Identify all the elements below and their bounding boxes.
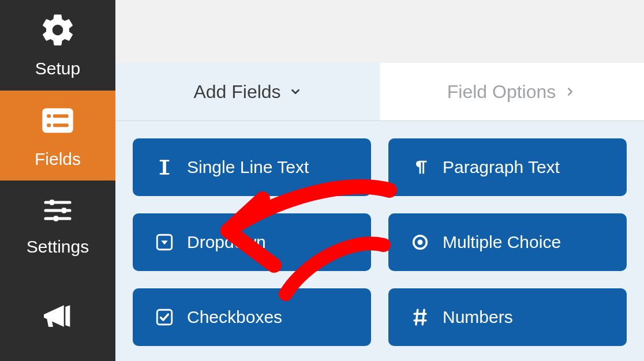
svg-rect-1 (47, 114, 51, 118)
panel-tabs: Add Fields Field Options (115, 63, 644, 121)
hash-icon (410, 307, 430, 327)
sidebar-item-fields[interactable]: Fields (0, 91, 115, 181)
paragraph-icon (410, 157, 430, 177)
field-button-label: Dropdown (187, 232, 266, 252)
checkbox-icon (155, 307, 174, 327)
field-button-label: Numbers (443, 307, 513, 327)
gear-icon (39, 12, 76, 48)
tab-label: Field Options (447, 81, 556, 103)
svg-rect-4 (53, 123, 69, 127)
tab-label: Add Fields (193, 81, 280, 103)
text-cursor-icon (155, 157, 174, 177)
sidebar: Setup Fields Settings (0, 0, 115, 361)
svg-point-13 (417, 239, 422, 245)
field-button-dropdown[interactable]: Dropdown (133, 213, 371, 271)
sidebar-item-label: Fields (35, 149, 81, 169)
svg-rect-3 (47, 123, 51, 127)
sidebar-item-label: Setup (35, 59, 80, 78)
field-button-multiple-choice[interactable]: Multiple Choice (388, 213, 627, 271)
svg-rect-0 (42, 108, 73, 133)
header-blank (115, 0, 644, 63)
field-button-label: Checkboxes (187, 307, 282, 327)
sliders-icon (42, 194, 74, 227)
field-button-numbers[interactable]: Numbers (388, 288, 627, 346)
field-button-paragraph-text[interactable]: Paragraph Text (388, 138, 627, 196)
svg-rect-9 (62, 208, 66, 213)
chevron-right-icon (564, 85, 576, 98)
main-area: Add Fields Field Options Single Line Tex… (115, 0, 644, 361)
svg-rect-2 (53, 114, 69, 118)
field-button-label: Paragraph Text (443, 157, 560, 177)
field-button-label: Multiple Choice (443, 232, 561, 252)
sidebar-item-label: Settings (27, 237, 89, 257)
tab-field-options[interactable]: Field Options (380, 63, 644, 121)
sidebar-item-marketing[interactable] (0, 271, 115, 362)
caret-square-down-icon (155, 232, 174, 252)
tab-add-fields[interactable]: Add Fields (115, 63, 380, 121)
field-button-label: Single Line Text (187, 157, 309, 177)
field-button-checkboxes[interactable]: Checkboxes (133, 288, 371, 346)
sidebar-item-settings[interactable]: Settings (0, 180, 115, 271)
list-icon (39, 102, 76, 139)
chevron-down-icon (289, 85, 302, 98)
radio-icon (410, 232, 430, 252)
svg-rect-10 (54, 216, 58, 221)
sidebar-item-setup[interactable]: Setup (0, 0, 115, 91)
svg-rect-8 (50, 200, 54, 205)
fields-panel: Single Line Text Paragraph Text Dropdown… (115, 121, 644, 361)
field-button-single-line-text[interactable]: Single Line Text (133, 138, 371, 196)
bullhorn-icon (39, 298, 76, 334)
